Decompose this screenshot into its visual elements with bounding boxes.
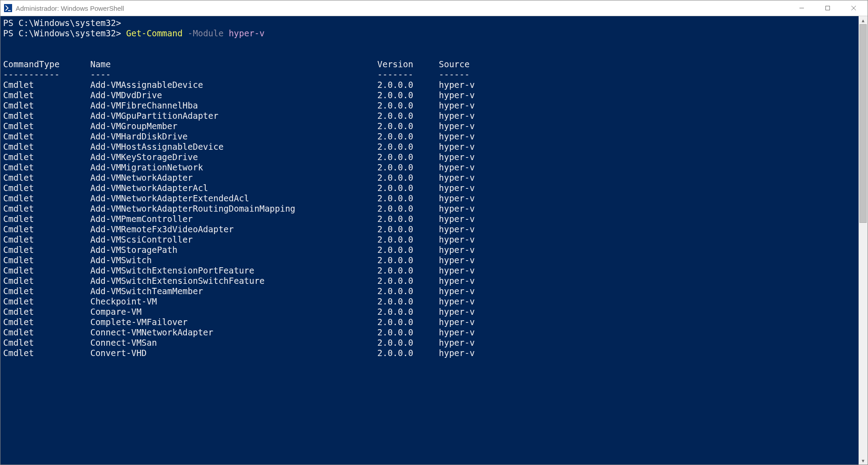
cell-version: 2.0.0.0 (377, 224, 439, 235)
cell-name: Add-VMSwitchExtensionSwitchFeature (90, 276, 377, 286)
cell-source: hyper-v (439, 90, 475, 100)
terminal-output[interactable]: PS C:\Windows\system32>PS C:\Windows\sys… (0, 16, 859, 465)
cell-source: hyper-v (439, 121, 475, 131)
cell-source: hyper-v (439, 235, 475, 245)
column-header-version: Version (377, 59, 439, 70)
scroll-up-arrow-icon[interactable]: ▲ (859, 16, 868, 24)
scroll-track[interactable] (859, 24, 867, 456)
prompt-text: PS C:\Windows\system32> (3, 18, 121, 28)
column-divider-name: ---- (90, 70, 377, 80)
cell-commandtype: Cmdlet (3, 214, 90, 224)
cell-name: Add-VMMigrationNetwork (90, 162, 377, 173)
output-row: CmdletAdd-VMHardDiskDrive2.0.0.0hyper-v (3, 131, 856, 142)
scroll-thumb[interactable] (859, 24, 867, 223)
cell-name: Connect-VMSan (90, 338, 377, 348)
output-header-row: CommandTypeNameVersionSource (3, 59, 856, 70)
output-row: CmdletAdd-VMNetworkAdapterExtendedAcl2.0… (3, 193, 856, 204)
cell-source: hyper-v (439, 307, 475, 317)
svg-rect-1 (826, 6, 830, 10)
cell-name: Add-VMSwitchExtensionPortFeature (90, 265, 377, 276)
cell-name: Add-VMKeyStorageDrive (90, 152, 377, 162)
column-divider-source: ------ (439, 70, 470, 80)
cell-source: hyper-v (439, 317, 475, 327)
cell-commandtype: Cmdlet (3, 131, 90, 142)
cell-source: hyper-v (439, 245, 475, 255)
cell-version: 2.0.0.0 (377, 111, 439, 121)
cell-source: hyper-v (439, 286, 475, 296)
cell-version: 2.0.0.0 (377, 142, 439, 152)
cell-name: Add-VMStoragePath (90, 245, 377, 255)
output-divider-row: ---------------------------- (3, 70, 856, 80)
cell-commandtype: Cmdlet (3, 224, 90, 235)
output-row: CmdletAdd-VMNetworkAdapter2.0.0.0hyper-v (3, 173, 856, 183)
scroll-down-arrow-icon[interactable]: ▼ (859, 456, 868, 465)
output-row: CmdletComplete-VMFailover2.0.0.0hyper-v (3, 317, 856, 327)
cell-name: Add-VMNetworkAdapterExtendedAcl (90, 193, 377, 204)
cell-source: hyper-v (439, 255, 475, 265)
output-row: CmdletAdd-VMSwitch2.0.0.0hyper-v (3, 255, 856, 265)
cell-source: hyper-v (439, 276, 475, 286)
cell-name: Add-VMHostAssignableDevice (90, 142, 377, 152)
cell-name: Add-VMRemoteFx3dVideoAdapter (90, 224, 377, 235)
client-area: PS C:\Windows\system32>PS C:\Windows\sys… (0, 16, 868, 465)
vertical-scrollbar[interactable]: ▲ ▼ (859, 16, 868, 465)
cell-version: 2.0.0.0 (377, 131, 439, 142)
cell-version: 2.0.0.0 (377, 255, 439, 265)
titlebar[interactable]: Administrador: Windows PowerShell (0, 0, 868, 16)
cell-version: 2.0.0.0 (377, 317, 439, 327)
cell-commandtype: Cmdlet (3, 183, 90, 193)
cell-source: hyper-v (439, 327, 475, 338)
cell-source: hyper-v (439, 214, 475, 224)
output-row: CmdletAdd-VMNetworkAdapterRoutingDomainM… (3, 204, 856, 214)
close-button[interactable] (841, 0, 867, 16)
prompt-text: PS C:\Windows\system32> (3, 28, 126, 38)
cell-commandtype: Cmdlet (3, 245, 90, 255)
cell-name: Add-VMNetworkAdapter (90, 173, 377, 183)
output-row: CmdletConvert-VHD2.0.0.0hyper-v (3, 348, 856, 358)
cell-commandtype: Cmdlet (3, 317, 90, 327)
output-row: CmdletAdd-VMSwitchExtensionSwitchFeature… (3, 276, 856, 286)
cell-source: hyper-v (439, 152, 475, 162)
output-row: CmdletConnect-VMSan2.0.0.0hyper-v (3, 338, 856, 348)
cell-commandtype: Cmdlet (3, 235, 90, 245)
cell-source: hyper-v (439, 265, 475, 276)
cell-source: hyper-v (439, 338, 475, 348)
cell-name: Add-VMHardDiskDrive (90, 131, 377, 142)
cell-source: hyper-v (439, 193, 475, 204)
cell-name: Add-VMNetworkAdapterRoutingDomainMapping (90, 204, 377, 214)
cell-name: Checkpoint-VM (90, 296, 377, 307)
column-header-name: Name (90, 59, 377, 70)
minimize-button[interactable] (789, 0, 815, 16)
cell-commandtype: Cmdlet (3, 193, 90, 204)
output-row: CmdletAdd-VMFibreChannelHba2.0.0.0hyper-… (3, 100, 856, 111)
cell-commandtype: Cmdlet (3, 121, 90, 131)
cell-source: hyper-v (439, 131, 475, 142)
cell-version: 2.0.0.0 (377, 152, 439, 162)
powershell-icon (4, 4, 12, 12)
window-title: Administrador: Windows PowerShell (16, 4, 124, 12)
cell-name: Add-VMPmemController (90, 214, 377, 224)
output-row: CmdletCheckpoint-VM2.0.0.0hyper-v (3, 296, 856, 307)
cell-source: hyper-v (439, 224, 475, 235)
cell-version: 2.0.0.0 (377, 276, 439, 286)
maximize-button[interactable] (815, 0, 841, 16)
cell-commandtype: Cmdlet (3, 265, 90, 276)
command-name: Get-Command (126, 28, 183, 38)
output-row: CmdletConnect-VMNetworkAdapter2.0.0.0hyp… (3, 327, 856, 338)
cell-source: hyper-v (439, 80, 475, 90)
cell-source: hyper-v (439, 100, 475, 111)
powershell-window: Administrador: Windows PowerShell PS C:\… (0, 0, 868, 465)
cell-version: 2.0.0.0 (377, 100, 439, 111)
output-row: CmdletAdd-VMKeyStorageDrive2.0.0.0hyper-… (3, 152, 856, 162)
cell-version: 2.0.0.0 (377, 348, 439, 358)
cell-version: 2.0.0.0 (377, 204, 439, 214)
cell-commandtype: Cmdlet (3, 348, 90, 358)
cell-name: Add-VMDvdDrive (90, 90, 377, 100)
cell-source: hyper-v (439, 142, 475, 152)
cell-version: 2.0.0.0 (377, 235, 439, 245)
cell-version: 2.0.0.0 (377, 338, 439, 348)
cell-version: 2.0.0.0 (377, 265, 439, 276)
cell-name: Connect-VMNetworkAdapter (90, 327, 377, 338)
cell-source: hyper-v (439, 296, 475, 307)
cell-name: Add-VMGroupMember (90, 121, 377, 131)
